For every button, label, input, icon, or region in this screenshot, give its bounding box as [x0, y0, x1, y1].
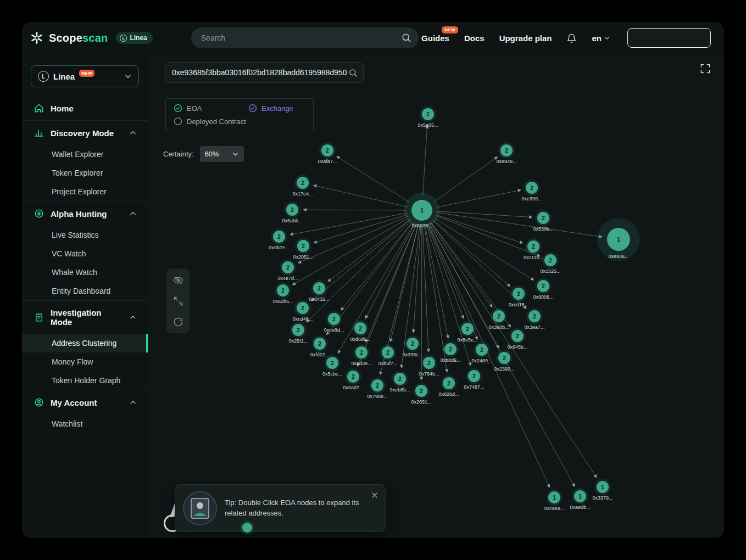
node-circle[interactable]: 2 [354, 322, 366, 334]
nav-docs[interactable]: Docs [464, 33, 485, 43]
node-circle[interactable]: 2 [537, 212, 549, 224]
node-circle[interactable]: 2 [371, 379, 383, 391]
header-nav: Guides NEW Docs Upgrade plan en [421, 28, 711, 48]
legend-exchange[interactable]: Exchange [248, 104, 293, 113]
sidebar-item-alpha-hunting[interactable]: Alpha Hunting [22, 201, 148, 226]
legend-eoa[interactable]: EOA [174, 104, 244, 113]
chevron-up-icon[interactable] [129, 313, 137, 321]
sidebar-item-whale-watch[interactable]: Whale Watch [22, 263, 148, 282]
sidebar-item-token-holder-graph[interactable]: Token Holder Graph [22, 371, 148, 390]
language-selector[interactable]: en [592, 33, 610, 43]
node-circle[interactable]: 2 [527, 240, 539, 253]
node-address-label: 0x2469... [471, 358, 492, 363]
alpha-hunting-label: Alpha Hunting [51, 209, 107, 219]
network-selector-label: Linea [53, 72, 75, 81]
node-circle[interactable]: 2 [415, 385, 427, 397]
node-circle[interactable]: 2 [273, 231, 285, 243]
certainty-dropdown[interactable]: 60% [200, 146, 244, 162]
sidebar-item-live-statistics[interactable]: Live Statistics [22, 226, 148, 244]
sidebar-item-token-explorer[interactable]: Token Explorer [22, 164, 148, 182]
fullscreen-icon[interactable] [700, 63, 711, 74]
node-circle[interactable]: 2 [355, 346, 368, 359]
connect-wallet-button[interactable] [627, 28, 711, 48]
graph-canvas[interactable]: EOA Exchange Deployed Contract [148, 54, 724, 538]
nav-guides[interactable]: Guides NEW [421, 33, 449, 43]
node-circle[interactable]: 2 [321, 144, 333, 156]
chevron-up-icon[interactable] [129, 399, 137, 406]
node-circle[interactable]: 2 [347, 371, 359, 383]
sidebar-item-investigation-mode[interactable]: Investigation Mode [22, 301, 148, 334]
node-circle[interactable]: 2 [286, 204, 298, 216]
global-search-input[interactable] [191, 33, 419, 42]
node-circle[interactable]: 1 [574, 490, 586, 502]
node-circle[interactable]: 2 [498, 352, 510, 364]
sidebar-item-wallet-explorer[interactable]: Wallet Explorer [22, 145, 148, 164]
node-circle[interactable]: 2 [500, 144, 513, 156]
node-circle[interactable]: 2 [537, 280, 549, 292]
refresh-button[interactable] [166, 311, 190, 332]
sidebar-item-project-explorer[interactable]: Project Explorer [22, 182, 148, 201]
node-circle[interactable]: 2 [282, 261, 294, 273]
node-circle[interactable]: 1 [597, 481, 609, 493]
notifications-bell-icon[interactable] [566, 33, 577, 43]
brand[interactable]: Scopescan L Linea [30, 31, 153, 45]
node-circle[interactable]: 1 [548, 491, 560, 503]
node-circle[interactable]: 2 [328, 313, 340, 325]
node-circle[interactable]: 2 [292, 324, 304, 336]
node-circle[interactable]: 2 [493, 310, 505, 322]
app-window: Scopescan L Linea Guides NEW Docs Upgrad… [22, 22, 724, 538]
sidebar-item-address-clustering[interactable]: Address Clustering [22, 334, 148, 352]
node-circle[interactable]: 2 [511, 330, 524, 342]
node-circle[interactable]: 2 [544, 254, 556, 266]
tip-text: Tip: Double Click EOA nodes to expand it… [225, 498, 366, 519]
sidebar-item-home[interactable]: Home [22, 96, 148, 120]
sidebar-item-my-account[interactable]: My Account [22, 390, 148, 415]
node-circle[interactable]: 2 [382, 346, 394, 359]
network-badge[interactable]: L Linea [116, 32, 152, 44]
node-circle[interactable]: 2 [461, 323, 474, 335]
global-search[interactable] [191, 27, 419, 48]
node-circle[interactable]: 1 [607, 228, 630, 251]
node-circle[interactable]: 2 [407, 338, 419, 350]
node-circle[interactable]: 2 [297, 177, 309, 189]
search-icon[interactable] [348, 68, 358, 77]
node-circle[interactable]: 2 [277, 284, 289, 296]
node-circle[interactable]: 2 [394, 373, 406, 385]
node-address-label: 0x2390... [494, 366, 514, 372]
close-icon[interactable] [371, 491, 378, 499]
fit-view-button[interactable] [166, 290, 190, 311]
node-circle[interactable]: 2 [423, 357, 435, 369]
node-circle[interactable]: 2 [444, 343, 456, 355]
node-circle[interactable]: 2 [313, 282, 325, 294]
node-circle[interactable]: 2 [297, 240, 309, 252]
node-circle[interactable]: 2 [422, 108, 434, 120]
hide-labels-button[interactable] [166, 270, 190, 290]
node-circle[interactable]: 2 [468, 370, 480, 382]
search-icon[interactable] [401, 32, 411, 43]
sidebar-item-money-flow[interactable]: Money Flow [22, 352, 148, 371]
sidebar-item-discovery-mode[interactable]: Discovery Mode [22, 121, 148, 145]
node-circle[interactable]: 2 [526, 182, 538, 194]
address-search-box[interactable] [165, 62, 364, 83]
chevron-up-icon[interactable] [129, 129, 137, 137]
nav-upgrade-plan[interactable]: Upgrade plan [499, 33, 552, 43]
node-circle[interactable]: 2 [314, 338, 326, 350]
sidebar-item-vc-watch[interactable]: VC Watch [22, 244, 148, 263]
sidebar-item-entity-dashboard[interactable]: Entity Dashboard [22, 282, 148, 300]
node-circle[interactable]: 2 [476, 344, 488, 356]
network-selector[interactable]: L Linea NEW [31, 65, 139, 87]
sidebar-item-watchlist[interactable]: Watchlist [22, 415, 148, 433]
node-circle[interactable]: 1 [411, 200, 432, 221]
legend-deployed-contract[interactable]: Deployed Contract [174, 117, 246, 126]
certainty-label: Certainty: [163, 150, 194, 158]
address-input[interactable] [165, 68, 348, 77]
node-circle[interactable]: 2 [528, 310, 541, 322]
node-address-label: 0xb8d9... [440, 357, 460, 363]
chevron-up-icon[interactable] [129, 210, 137, 217]
partial-graph-node[interactable] [242, 523, 252, 533]
node-circle[interactable]: 2 [297, 302, 309, 314]
node-address-label: 0x826d... [438, 391, 459, 397]
node-circle[interactable]: 2 [443, 377, 455, 389]
node-circle[interactable]: 2 [513, 288, 525, 300]
node-circle[interactable]: 2 [326, 357, 338, 369]
